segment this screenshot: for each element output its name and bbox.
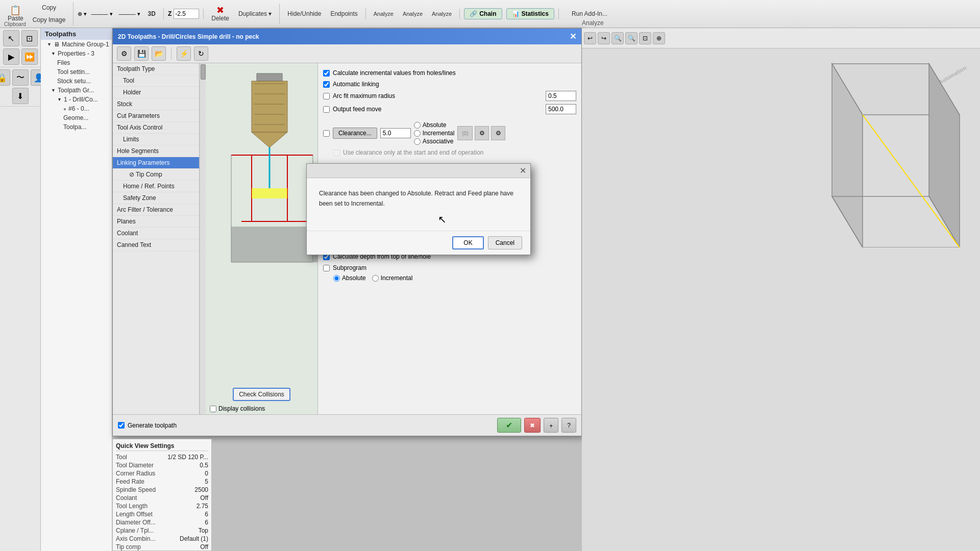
z-coord-group: Z (168, 9, 204, 19)
help-button[interactable]: ? (561, 418, 576, 433)
z-value-input[interactable] (174, 9, 199, 19)
clearance-checkbox[interactable] (323, 130, 330, 137)
dialog-close-button[interactable]: ✕ (570, 32, 576, 41)
modal-close-button[interactable]: ✕ (520, 166, 526, 176)
clearance-associative-radio[interactable] (414, 138, 421, 145)
wave-btn[interactable]: 〜 (12, 69, 29, 86)
chain-button[interactable]: 🔗 Chain (464, 8, 502, 19)
view3d-btn-6[interactable]: ⊕ (653, 32, 665, 44)
tree-item-toolpath[interactable]: Toolpa... (41, 122, 112, 132)
left-panel: ↖ ⊡ ▶ ⏩ 🔒 〜 👤 ⬇ (0, 28, 41, 551)
view3d-btn-3[interactable]: 🔍 (611, 32, 624, 44)
hide-unhide-button[interactable]: Hide/Unhide (284, 8, 325, 19)
tree-item-files[interactable]: Files (41, 58, 112, 67)
nav-limits[interactable]: Limits (113, 134, 199, 145)
subprogram-checkbox[interactable] (323, 265, 330, 271)
clearance-icon-3[interactable]: ⚙ (491, 126, 505, 140)
tree-item-properties[interactable]: ▼ Properties - 3 (41, 49, 112, 58)
nav-safety-zone[interactable]: Safety Zone (113, 192, 199, 204)
view3d-btn-5[interactable]: ⊡ (639, 32, 651, 44)
nav-cut-params[interactable]: Cut Parameters (113, 110, 199, 122)
nav-planes[interactable]: Planes (113, 216, 199, 228)
use-clearance-checkbox[interactable] (333, 149, 340, 156)
output-feed-input[interactable] (546, 104, 576, 114)
tree-item-tool-settings[interactable]: Tool settin... (41, 67, 112, 77)
duplicates-button[interactable]: Duplicates ▾ (235, 8, 275, 19)
nav-canned-text[interactable]: Canned Text (113, 239, 199, 251)
select-tool-btn-2[interactable]: ⊡ (21, 30, 38, 46)
copy-button[interactable]: Copy (29, 2, 69, 13)
run-add-in-button[interactable]: Run Add-In... (568, 8, 611, 19)
settings-btn[interactable]: ⚡ (177, 46, 191, 61)
play-btn[interactable]: ▶ (3, 48, 19, 65)
output-feed-checkbox[interactable] (323, 106, 330, 113)
clearance-absolute-radio[interactable] (414, 122, 421, 129)
save-btn[interactable]: 💾 (134, 46, 149, 61)
delete-button[interactable]: ✖ Delete (208, 4, 233, 24)
auto-linking-checkbox[interactable] (323, 81, 330, 88)
lock-btn[interactable]: 🔒 (0, 69, 10, 86)
nav-coolant[interactable]: Coolant (113, 228, 199, 239)
tree-item-geometry[interactable]: Geome... (41, 113, 112, 122)
nav-tool-axis[interactable]: Tool Axis Control (113, 122, 199, 134)
3d-shape-svg (791, 54, 970, 247)
tree-item-toolpath-group[interactable]: ▼ Toolpath Gr... (41, 86, 112, 95)
calc-incremental-checkbox[interactable] (323, 70, 330, 77)
nav-home-ref[interactable]: Home / Ref. Points (113, 181, 199, 192)
clearance-value-input[interactable] (380, 128, 411, 138)
nav-hole-segments[interactable]: Hole Segments (113, 145, 199, 157)
nav-linking-params[interactable]: Linking Parameters (113, 157, 199, 169)
check-collisions-button[interactable]: Check Collisions (233, 388, 290, 401)
calc-incremental-row: Calculate incremental values from holes/… (323, 68, 576, 78)
clearance-incremental-radio[interactable] (414, 130, 421, 137)
tree-item-drill[interactable]: ▼ 1 - Drill/Co... (41, 95, 112, 104)
arc-fit-checkbox[interactable] (323, 93, 330, 99)
fast-forward-btn[interactable]: ⏩ (21, 48, 38, 65)
nav-tool[interactable]: Tool (113, 75, 199, 87)
nav-holder[interactable]: Holder (113, 87, 199, 98)
tree-item-machine-group[interactable]: ▼ 🖥 Machine Group-1 (41, 40, 112, 49)
svg-rect-0 (257, 73, 282, 81)
subprogram-absolute-radio[interactable] (333, 275, 340, 282)
analyze-btn-1[interactable]: Analyze (370, 9, 397, 19)
statistics-button[interactable]: 📊 Statistics (506, 8, 554, 19)
3d-mode-button[interactable]: 3D (144, 8, 159, 19)
output-feed-label: Output feed move (333, 106, 543, 113)
copy-image-button[interactable]: Copy Image (29, 14, 69, 26)
modal-cancel-button[interactable]: Cancel (488, 236, 522, 249)
scrollbar-thumb[interactable] (201, 64, 206, 80)
view3d-btn-4[interactable]: 🔍 (625, 32, 638, 44)
nav-stock[interactable]: Stock (113, 98, 199, 110)
clearance-icon-1: (0) (457, 126, 473, 140)
down-btn[interactable]: ⬇ (12, 88, 29, 104)
paste-button[interactable]: 📋 Paste (4, 4, 27, 24)
tool-select-btn[interactable]: ⚙ (117, 46, 131, 61)
plus-button[interactable]: + (544, 418, 558, 433)
tree-item-tool-num[interactable]: ● #6 - 0... (41, 104, 112, 113)
display-collisions-checkbox[interactable] (210, 406, 216, 412)
analyze-btn-2[interactable]: Analyze (399, 9, 426, 19)
nav-scrollbar[interactable] (200, 63, 206, 414)
ok-button[interactable]: ✔ (497, 418, 521, 433)
generate-toolpath-checkbox[interactable] (118, 422, 125, 429)
view3d-btn-1[interactable]: ↩ (584, 32, 596, 44)
endpoints-button[interactable]: Endpoints (327, 8, 361, 19)
analyze-btn-3[interactable]: Analyze (428, 9, 455, 19)
view3d-btn-2[interactable]: ↪ (598, 32, 610, 44)
tree-item-stock-setup[interactable]: Stock setu... (41, 77, 112, 86)
modal-ok-button[interactable]: OK (452, 236, 483, 249)
nav-toolpath-type[interactable]: Toolpath Type (113, 63, 199, 75)
nav-arc-filter[interactable]: Arc Filter / Tolerance (113, 204, 199, 216)
cancel-button[interactable]: ✖ (524, 418, 541, 433)
arc-fit-label: Arc fit maximum radius (333, 92, 543, 99)
nav-tip-comp[interactable]: ⊘ Tip Comp (113, 169, 199, 181)
dialog-bottom-bar: Generate toolpath ✔ ✖ + ? (113, 414, 581, 436)
subprogram-incremental-radio[interactable] (372, 275, 379, 282)
arc-fit-input[interactable] (546, 91, 576, 101)
refresh-btn[interactable]: ↻ (194, 46, 208, 61)
clearance-button[interactable]: Clearance... (333, 128, 377, 139)
clearance-icon-2[interactable]: ⚙ (475, 126, 489, 140)
select-tool-btn[interactable]: ↖ (3, 30, 19, 46)
analyze-group: Analyze Analyze Analyze (370, 9, 460, 19)
folder-btn[interactable]: 📂 (152, 46, 166, 61)
